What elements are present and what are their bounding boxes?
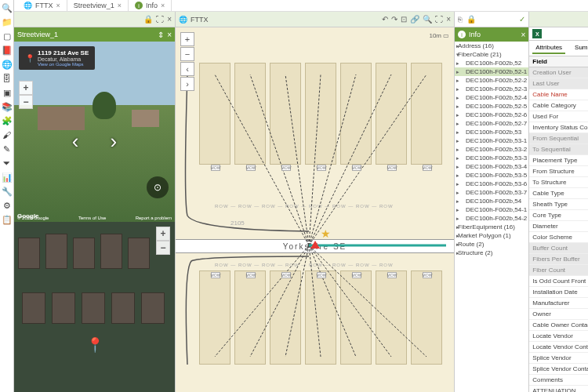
field-row[interactable]: Cable Owner Contact Number [529,320,588,331]
field-row[interactable]: Last User [529,78,588,89]
tree-item[interactable]: ▸DEC100h-F002b,52-2 [455,76,528,85]
tree-item[interactable]: ▸DEC100h-F002b,52-3 [455,85,528,93]
tab-summary[interactable]: Sum [572,42,588,54]
tree-item[interactable]: ▸DEC100h-F002b,52-4 [455,93,528,102]
tree-item[interactable]: ▸DEC100h-F002b,53-2 [455,145,528,154]
tree-group[interactable]: ▸Structure (2) [455,249,528,257]
globe-icon[interactable]: 🌐 [2,60,12,69]
field-row[interactable]: Manufacturer [529,298,588,309]
field-row[interactable]: From Sequential [529,133,588,144]
field-row[interactable]: Inventory Status Code [529,122,588,133]
field-row[interactable]: Is Odd Count Front [529,276,588,287]
wrench-icon[interactable]: 🔧 [2,187,12,196]
database-icon[interactable]: 🗄 [2,74,12,83]
tree-item[interactable]: ▸DEC100h-F002b,54-2 [455,214,528,223]
tab-fttx[interactable]: 🌐FTTX× [17,0,67,11]
field-row[interactable]: Installation Date [529,287,588,298]
field-row[interactable]: Fiber Count [529,265,588,276]
tree-item[interactable]: ▸DEC100h-F002b,54-1 [455,205,528,214]
field-row[interactable]: Splice Vendor [529,353,588,364]
brush-icon[interactable]: 🖌 [2,130,12,140]
pin-icon[interactable]: ⎘ [458,16,462,24]
close-icon[interactable]: × [161,2,165,9]
excel-icon[interactable]: X [532,29,542,38]
pencil-icon[interactable]: ✎ [2,144,12,154]
sv-report[interactable]: Report a problem [136,216,172,220]
field-row[interactable]: Locate Vendor Contact Number [529,342,588,353]
tree-item[interactable]: ▸DEC100h-F002b,53-4 [455,162,528,171]
field-row[interactable]: Cable Name [529,89,588,100]
sv-zoom-in[interactable]: + [19,81,33,95]
tab-streetview[interactable]: Streetview_1× [67,0,129,11]
field-row[interactable]: Buffer Count [529,243,588,254]
link-icon[interactable]: 🔗 [410,15,419,24]
redo-icon[interactable]: ↷ [391,15,397,24]
sat-zoom-out[interactable]: − [156,241,170,255]
field-row[interactable]: From Structure [529,166,588,177]
gear-icon[interactable]: ⚙ [2,201,12,210]
field-row[interactable]: ATTENUATION [529,386,588,392]
field-row[interactable]: Core Type [529,210,588,221]
minimize-icon[interactable]: ⇕ [158,31,164,39]
search-icon[interactable]: 🔍 [423,15,432,24]
puzzle-icon[interactable]: 🧩 [2,116,12,125]
field-row[interactable]: Placement Type [529,155,588,166]
streetview-nav-arrows[interactable]: ‹› [72,129,117,153]
chevron-right-icon[interactable]: › [111,129,118,153]
magnify-icon[interactable]: 🔍 [2,3,12,13]
tree-item[interactable]: ▸DEC100h-F002b,54 [455,197,528,205]
square-icon[interactable]: ▢ [2,31,12,41]
map-pan-right[interactable]: › [180,77,194,91]
crop-icon[interactable]: ⊡ [401,15,407,24]
expand-icon[interactable]: ⛶ [156,15,164,24]
tree-item[interactable]: ▸DEC100h-F002b,53-5 [455,171,528,180]
tab-attributes[interactable]: Attributes [532,42,565,54]
field-row[interactable]: Diameter [529,221,588,232]
field-row[interactable]: Color Scheme [529,232,588,243]
tree-item[interactable]: ▸DEC100h-F002b,53-6 [455,180,528,188]
tab-info[interactable]: iInfo× [129,0,172,11]
field-row[interactable]: Sheath Type [529,199,588,210]
tree-group[interactable]: ▸FiberEquipment (16) [455,223,528,231]
sv-terms[interactable]: Terms of Use [78,216,106,220]
expand-icon[interactable]: ⛶ [435,15,443,24]
cube-icon[interactable]: ▣ [2,88,12,97]
close-icon[interactable]: × [446,15,451,24]
field-row[interactable]: Owner [529,309,588,320]
clipboard-icon[interactable]: 📋 [2,215,12,224]
satellite-viewport[interactable]: + − 📍 Google Imagery ©2020 Maxar Technol… [14,222,175,392]
layers-icon[interactable]: 📚 [2,102,12,111]
streetview-viewport[interactable]: 📍 1119 21st Ave SE Decatur, Alabama View… [14,42,175,222]
map-viewport[interactable]: + − ‹ › [176,27,454,392]
tree-item[interactable]: ▸DEC100h-F002b,52 [455,59,528,67]
compass-icon[interactable]: ⊙ [147,176,169,198]
lock-icon[interactable]: 🔒 [466,15,476,24]
close-icon[interactable]: × [56,2,60,9]
close-icon[interactable]: × [167,31,172,39]
field-row[interactable]: Cable Category [529,100,588,111]
undo-icon[interactable]: ↶ [382,15,388,24]
tree-item[interactable]: ▸DEC100h-F002b,52-5 [455,102,528,111]
funnel-icon[interactable]: ⏷ [2,158,12,168]
field-row[interactable]: Creation User [529,67,588,78]
chevron-left-icon[interactable]: ‹ [72,129,79,153]
tree-item[interactable]: ▸DEC100h-F002b,53 [455,128,528,136]
map-zoom-out[interactable]: − [180,47,194,61]
close-icon[interactable]: × [521,31,525,39]
tree-item[interactable]: ▸DEC100h-F002b,52-1 [455,67,528,76]
tree-group[interactable]: ▸Market Polygon (1) [455,231,528,240]
tree-group[interactable]: ▸Route (2) [455,240,528,249]
tree-item[interactable]: ▸DEC100h-F002b,53-3 [455,154,528,162]
tree-item[interactable]: ▸DEC100h-F002b,53-7 [455,188,528,197]
chart-icon[interactable]: 📊 [2,172,12,182]
close-icon[interactable]: × [118,2,122,9]
field-row[interactable]: Used For [529,111,588,122]
book-icon[interactable]: 📕 [2,45,12,55]
sat-zoom-in[interactable]: + [156,227,170,241]
tree-item[interactable]: ▸DEC100h-F002b,53-1 [455,136,528,145]
map-zoom-in[interactable]: + [180,32,194,46]
tree-item[interactable]: ▸DEC100h-F002b,52-6 [455,111,528,119]
tree-group[interactable]: ▾FiberCable (21) [455,50,528,59]
field-row[interactable]: Locate Vendor [529,331,588,342]
field-row[interactable]: Fibers Per Buffer [529,254,588,265]
